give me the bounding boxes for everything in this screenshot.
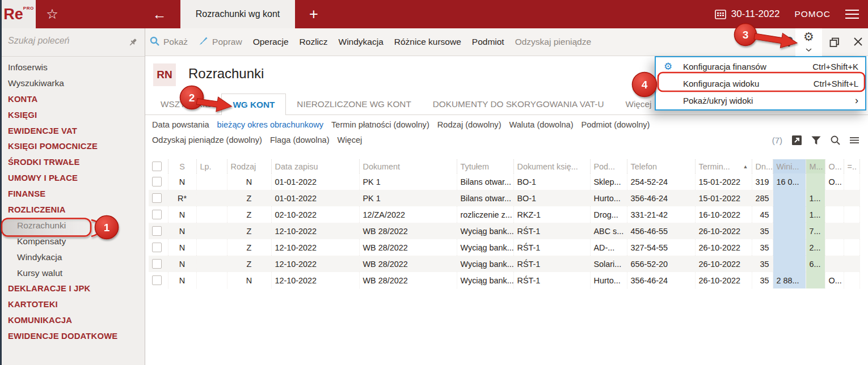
column-header-ma[interactable]: M... [806,159,825,173]
cell-termin[interactable]: 26-10-2022 [695,239,752,256]
sidebar-item-kursy-walut[interactable]: Kursy walut [0,265,145,281]
cell-dn[interactable]: 35 [752,223,773,239]
cell-pod[interactable]: Hurto... [590,190,627,206]
cell-data[interactable]: 12-10-2022 [271,256,359,272]
tab-dokumenty-do-skorygowania-vat-u[interactable]: DOKUMENTY DO SKORYGOWANIA VAT-U [422,94,615,114]
cell-dokument[interactable]: WB 28/2022 [359,272,457,288]
cell-lp[interactable] [196,272,227,288]
cell-termin[interactable]: 26-10-2022 [695,272,752,288]
cell-o[interactable] [825,223,844,239]
cell-extra[interactable] [844,190,859,206]
filter-flaga-dowolna[interactable]: Flaga (dowolna) [270,135,330,145]
cell-dok_ksieg[interactable]: RŚT-1 [513,256,590,272]
command-pokaż[interactable]: Pokaż [150,36,188,48]
search-grid-icon[interactable] [830,135,841,146]
column-header-dok_ksieg[interactable]: Dokument księ... [513,159,590,173]
column-header-dn[interactable]: Dn... [752,159,773,173]
column-header-extra[interactable]: =.. [844,159,859,173]
row-checkbox[interactable] [152,177,162,186]
cell-telefon[interactable]: 456-46-55 [627,223,695,239]
column-header-s[interactable]: S [168,159,196,173]
cell-dok_ksieg[interactable]: BO-1 [513,190,590,206]
cell-pod[interactable]: Drog... [590,206,627,223]
cell-tytulem[interactable]: Wyciąg bank... [457,272,513,288]
cell-extra[interactable] [844,223,859,239]
cell-s[interactable]: N [168,173,196,190]
cell-dokument[interactable]: PK 1 [359,173,457,190]
cell-winien[interactable] [773,223,806,239]
cell-s[interactable]: N [168,239,196,256]
sidebar-item-infoserwis[interactable]: Infoserwis [0,60,145,75]
cell-extra[interactable] [844,272,859,288]
cell-data[interactable]: 02-10-2022 [271,206,359,223]
cell-s[interactable]: R* [168,190,196,206]
cell-winien[interactable] [773,239,806,256]
cell-select[interactable] [149,239,168,256]
cell-tytulem[interactable]: Wyciąg bank... [457,239,513,256]
cell-lp[interactable] [196,256,227,272]
table-row[interactable]: NZ12-10-2022WB 28/2022Wyciąg bank...RŚT-… [149,223,859,239]
cell-dokument[interactable]: WB 28/2022 [359,239,457,256]
cell-dok_ksieg[interactable]: RŚT-1 [513,239,590,256]
cell-o[interactable] [825,206,844,223]
cell-o[interactable] [825,256,844,272]
cell-tytulem[interactable]: Wyciąg bank... [457,256,513,272]
row-checkbox[interactable] [152,226,162,236]
cell-pod[interactable]: Sklep... [590,173,627,190]
export-icon[interactable] [791,135,802,146]
table-row[interactable]: NZ12-10-2022WB 28/2022Wyciąg bank...RŚT-… [149,239,859,256]
table-row[interactable]: NN12-10-2022WB 28/2022Wyciąg bank...RŚT-… [149,272,859,288]
cell-s[interactable]: N [168,272,196,288]
cell-telefon[interactable]: 327-54-55 [627,239,695,256]
row-checkbox[interactable] [152,275,162,285]
command-odzyskaj-pieniądze[interactable]: Odzyskaj pieniądze [515,37,591,47]
filter-termin-płatności-dowolny[interactable]: Termin płatności (dowolny) [331,120,429,129]
cell-termin[interactable]: 26-10-2022 [695,256,752,272]
tab-wszystkie[interactable]: WSZYSTKIE [150,94,221,114]
sidebar-item-kompensaty[interactable]: Kompensaty [0,234,145,249]
sidebar-item-środki-trwałe[interactable]: ŚRODKI TRWAŁE [0,154,145,170]
cell-pod[interactable]: AD-... [590,239,627,256]
favorites-star-icon[interactable]: ☆ [40,0,65,28]
cell-ma[interactable]: 1... [806,206,825,223]
cell-extra[interactable] [844,206,859,223]
cell-data[interactable]: 12-10-2022 [271,239,359,256]
table-row[interactable]: R*Z01-01-2022PK 1Bilans otwar...BO-1Hurt… [149,190,859,206]
table-row[interactable]: NN01-01-2022PK 1Bilans otwar...BO-1Sklep… [149,173,859,190]
cell-o[interactable]: O... [825,173,844,190]
cell-dn[interactable]: 285 [752,190,773,206]
row-checkbox[interactable] [152,193,162,203]
cell-termin[interactable]: 15-01-2022 [695,173,752,190]
column-header-data[interactable]: Data zapisu [271,159,359,173]
sidebar-item-rozliczenia[interactable]: ROZLICZENIA [0,202,145,218]
cell-dn[interactable]: 45 [752,206,773,223]
cell-dn[interactable]: 35 [752,272,773,288]
cell-select[interactable] [149,272,168,288]
cell-select[interactable] [149,223,168,239]
cell-o[interactable]: O... [825,272,844,288]
cell-dokument[interactable]: WB 28/2022 [359,223,457,239]
sidebar-item-wyszukiwarka[interactable]: Wyszukiwarka [0,75,145,91]
sidebar-item-kartoteki[interactable]: KARTOTEKI [0,296,145,312]
cell-termin[interactable]: 16-10-2022 [695,206,752,223]
cell-data[interactable]: 12-10-2022 [271,272,359,288]
filter-odzyskaj-pieniądze-dowolny[interactable]: Odzyskaj pieniądze (dowolny) [152,135,262,145]
filter-więcej[interactable]: Więcej [338,135,363,145]
cell-select[interactable] [149,173,168,190]
sidebar-item-rozrachunki[interactable]: Rozrachunki [0,218,145,234]
menu-item-konfiguracja-finansów[interactable]: ⚙Konfiguracja finansówCtrl+Shift+K [656,58,865,75]
app-logo[interactable]: Re PRO [2,0,36,28]
cell-telefon[interactable]: 356-46-24 [627,272,695,288]
pin-icon[interactable] [128,37,138,49]
cell-telefon[interactable]: 254-52-24 [627,173,695,190]
cell-telefon[interactable]: 656-52-20 [627,256,695,272]
cell-pod[interactable]: Hurto... [590,272,627,288]
cell-tytulem[interactable]: rozliczenie z... [457,206,513,223]
cell-lp[interactable] [196,190,227,206]
back-arrow-icon[interactable]: ← [146,0,172,28]
cell-extra[interactable] [844,173,859,190]
hamburger-menu-icon[interactable] [845,7,859,22]
cell-rodzaj[interactable]: Z [227,223,271,239]
cell-ma[interactable]: 6... [806,256,825,272]
cell-data[interactable]: 12-10-2022 [271,223,359,239]
